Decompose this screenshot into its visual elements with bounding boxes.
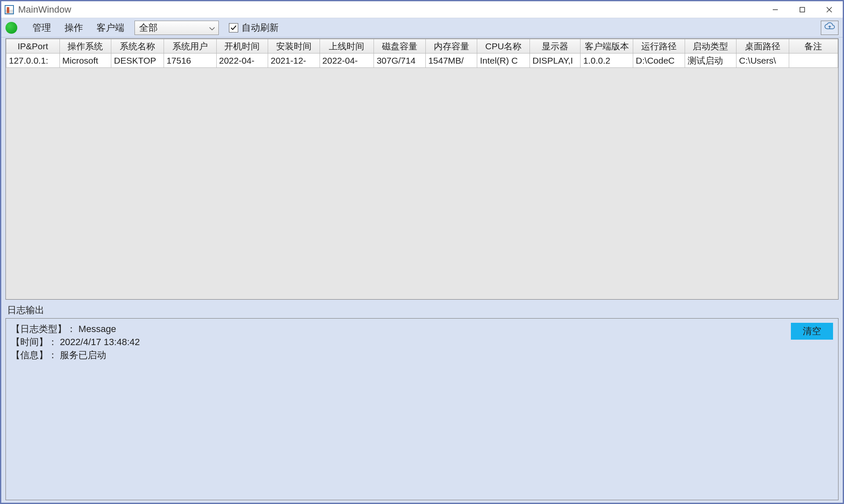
- col-online-time[interactable]: 上线时间: [320, 39, 374, 54]
- menu-manage[interactable]: 管理: [27, 20, 57, 36]
- col-start-type[interactable]: 启动类型: [685, 39, 736, 54]
- cell-sys-user: 17516: [164, 54, 216, 68]
- cell-online-time: 2022-04-: [320, 54, 374, 68]
- col-install-time[interactable]: 安装时间: [268, 39, 320, 54]
- filter-selected-value: 全部: [139, 21, 158, 34]
- cell-run-path: D:\CodeC: [633, 54, 685, 68]
- menu-client[interactable]: 客户端: [91, 20, 130, 36]
- close-button[interactable]: [816, 1, 843, 18]
- window-buttons: [762, 1, 843, 18]
- checkbox-box-icon: [229, 23, 238, 32]
- col-sys-user[interactable]: 系统用户: [164, 39, 216, 54]
- col-sys-name[interactable]: 系统名称: [111, 39, 164, 54]
- cell-memory: 1547MB/: [425, 54, 477, 68]
- col-display[interactable]: 显示器: [530, 39, 581, 54]
- cell-desktop-path: C:\Users\: [736, 54, 789, 68]
- log-box: 【日志类型】： Message 【时间】： 2022/4/17 13:48:42…: [5, 318, 839, 500]
- clear-log-button[interactable]: 清空: [791, 323, 833, 340]
- log-section: 日志输出 【日志类型】： Message 【时间】： 2022/4/17 13:…: [5, 304, 839, 500]
- col-memory[interactable]: 内存容量: [425, 39, 477, 54]
- col-cpu[interactable]: CPU名称: [477, 39, 530, 54]
- col-boot-time[interactable]: 开机时间: [216, 39, 268, 54]
- main-window: MainWindow 管理 操作 客户端 全部: [1, 1, 843, 503]
- status-indicator-icon: [5, 22, 17, 34]
- menu-action[interactable]: 操作: [59, 20, 89, 36]
- log-output: 【日志类型】： Message 【时间】： 2022/4/17 13:48:42…: [11, 323, 791, 496]
- toolbar: 管理 操作 客户端 全部 自动刷新: [1, 18, 843, 38]
- cell-client-ver: 1.0.0.2: [581, 54, 633, 68]
- cell-display: DISPLAY,I: [530, 54, 581, 68]
- cell-cpu: Intel(R) C: [477, 54, 530, 68]
- app-icon: [5, 5, 14, 14]
- titlebar: MainWindow: [1, 1, 843, 18]
- auto-refresh-checkbox[interactable]: 自动刷新: [229, 21, 279, 34]
- filter-combobox[interactable]: 全部: [134, 21, 219, 35]
- col-remark[interactable]: 备注: [789, 39, 838, 54]
- cell-os: Microsoft: [59, 54, 111, 68]
- window-title: MainWindow: [18, 4, 71, 15]
- col-disk[interactable]: 磁盘容量: [374, 39, 426, 54]
- cell-install-time: 2021-12-: [268, 54, 320, 68]
- col-os[interactable]: 操作系统: [59, 39, 111, 54]
- auto-refresh-label: 自动刷新: [242, 21, 279, 34]
- table-row[interactable]: 127.0.0.1: Microsoft DESKTOP 17516 2022-…: [6, 54, 838, 68]
- cell-start-type: 测试启动: [685, 54, 736, 68]
- cell-sys-name: DESKTOP: [111, 54, 164, 68]
- svg-rect-1: [800, 7, 805, 12]
- col-desktop-path[interactable]: 桌面路径: [736, 39, 789, 54]
- cell-ip-port: 127.0.0.1:: [6, 54, 60, 68]
- chevron-down-icon: [209, 22, 215, 33]
- cell-boot-time: 2022-04-: [216, 54, 268, 68]
- col-run-path[interactable]: 运行路径: [633, 39, 685, 54]
- col-ip-port[interactable]: IP&Port: [6, 39, 60, 54]
- maximize-button[interactable]: [789, 1, 816, 18]
- cell-remark: [789, 54, 838, 68]
- col-client-ver[interactable]: 客户端版本: [581, 39, 633, 54]
- cloud-upload-button[interactable]: [821, 21, 839, 35]
- client-grid[interactable]: IP&Port 操作系统 系统名称 系统用户 开机时间 安装时间 上线时间 磁盘…: [5, 38, 839, 300]
- cell-disk: 307G/714: [374, 54, 426, 68]
- table-header-row: IP&Port 操作系统 系统名称 系统用户 开机时间 安装时间 上线时间 磁盘…: [6, 39, 838, 54]
- cloud-upload-icon: [824, 22, 836, 33]
- log-title: 日志输出: [5, 304, 839, 316]
- minimize-button[interactable]: [762, 1, 789, 18]
